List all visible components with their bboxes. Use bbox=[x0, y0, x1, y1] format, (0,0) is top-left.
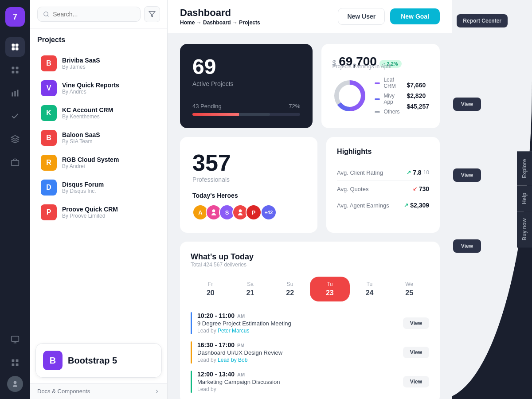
day-name: Su bbox=[272, 281, 308, 287]
project-info: RGB Cloud System By Andrei bbox=[62, 156, 119, 169]
event-ampm: PM bbox=[237, 343, 245, 348]
event-details: 12:00 - 13:40 AM Marketing Campaign Disc… bbox=[197, 371, 280, 392]
rating-value: ↗ 7.8 10 bbox=[407, 169, 429, 176]
svg-rect-4 bbox=[12, 67, 15, 70]
nav-layers-icon[interactable] bbox=[5, 129, 25, 149]
cal-day-25[interactable]: We 25 bbox=[389, 277, 429, 301]
search-input-wrap[interactable] bbox=[37, 7, 141, 22]
legend-label: Mivy App bbox=[383, 93, 399, 105]
mid-row: 357 Professionals Today's Heroes A S P +… bbox=[180, 137, 440, 233]
search-icon bbox=[43, 11, 49, 18]
day-num: 21 bbox=[232, 289, 269, 297]
earnings-label: Projects Earnings in April bbox=[332, 63, 429, 70]
nav-monitor-icon[interactable] bbox=[5, 330, 25, 349]
arrow-up-icon: ↗ bbox=[404, 202, 408, 208]
highlights-title: Highlights bbox=[337, 148, 429, 156]
view-button-3[interactable]: View bbox=[403, 376, 429, 387]
earnings-top: $ 69,700 ↑ 2.2% Projects Earnings in Apr… bbox=[332, 55, 429, 70]
legend-others: Others bbox=[375, 109, 399, 115]
legend-dot bbox=[375, 82, 380, 84]
nav-dashboard-icon[interactable] bbox=[5, 37, 25, 57]
filter-button[interactable] bbox=[144, 6, 160, 22]
projects-section: Projects B Briviba SaaS By James V Vine … bbox=[30, 29, 167, 338]
svg-rect-9 bbox=[14, 91, 16, 97]
heroes-more: +42 bbox=[261, 204, 277, 220]
donut-svg bbox=[332, 78, 368, 113]
val-leaf: $7,660 bbox=[407, 82, 429, 89]
nav-grid-icon[interactable] bbox=[5, 60, 25, 80]
report-center-button[interactable]: Report Cecnter bbox=[457, 14, 508, 27]
project-item[interactable]: R RGB Cloud System By Andrei bbox=[37, 150, 160, 175]
cal-day-20[interactable]: Fr 20 bbox=[191, 277, 231, 301]
project-by: By Andres bbox=[62, 89, 119, 95]
event-lead-link[interactable]: Peter Marcus bbox=[218, 328, 249, 334]
help-tab[interactable]: Help bbox=[517, 186, 532, 211]
view-button-right-2[interactable]: View bbox=[453, 168, 481, 182]
event-indicator bbox=[191, 312, 192, 334]
day-name: We bbox=[391, 281, 427, 287]
svg-rect-16 bbox=[12, 360, 15, 362]
highlight-row-rating: Avg. Client Rating ↗ 7.8 10 bbox=[337, 164, 429, 181]
cal-day-21[interactable]: Sa 21 bbox=[231, 277, 270, 301]
nav-chart-icon[interactable] bbox=[5, 83, 25, 103]
legend-dot bbox=[375, 98, 380, 100]
project-info: Baloon SaaS By SIA Team bbox=[62, 131, 100, 145]
event-lead-link[interactable]: Lead by Bob bbox=[218, 357, 247, 363]
main-content: Dashboard Home → Dashboard → Projects Ne… bbox=[168, 0, 452, 399]
project-by: By James bbox=[62, 64, 100, 70]
event-item-1: 10:20 - 11:00 AM 9 Degree Project Estima… bbox=[191, 312, 429, 334]
day-num: 20 bbox=[192, 289, 229, 297]
project-icon: B bbox=[41, 130, 57, 146]
user-number-badge[interactable]: 7 bbox=[5, 7, 25, 27]
project-item[interactable]: K KC Account CRM By Keenthemes bbox=[37, 101, 160, 125]
nav-sidebar: 7 bbox=[0, 0, 30, 399]
day-name: Fr bbox=[192, 281, 229, 287]
view-button-2[interactable]: View bbox=[403, 347, 429, 358]
nav-briefcase-icon[interactable] bbox=[5, 153, 25, 172]
project-item[interactable]: B Baloon SaaS By SIA Team bbox=[37, 125, 160, 150]
rating-label: Avg. Client Rating bbox=[337, 169, 383, 176]
bootstrap-icon: B bbox=[43, 351, 63, 370]
search-input[interactable] bbox=[53, 11, 135, 18]
svg-rect-18 bbox=[12, 364, 15, 366]
pending-percent: 72% bbox=[289, 103, 300, 110]
new-goal-button[interactable]: New Goal bbox=[390, 8, 440, 24]
day-name: Tu bbox=[312, 281, 348, 287]
project-by: By Andrei bbox=[62, 163, 119, 169]
day-num: 25 bbox=[391, 289, 427, 297]
cal-day-24[interactable]: Tu 24 bbox=[350, 277, 390, 301]
earnings-chart-row: Leaf CRM Mivy App Others $7,660 bbox=[332, 77, 429, 115]
nav-check-icon[interactable] bbox=[5, 106, 25, 126]
project-item[interactable]: B Briviba SaaS By James bbox=[37, 51, 160, 76]
svg-rect-5 bbox=[16, 67, 19, 70]
view-button-right-3[interactable]: View bbox=[453, 239, 481, 253]
explore-tab[interactable]: Explore bbox=[517, 151, 532, 185]
project-item[interactable]: P Proove Quick CRM By Proove Limited bbox=[37, 200, 160, 225]
svg-line-22 bbox=[47, 16, 49, 17]
cal-day-23[interactable]: Tu 23 bbox=[310, 277, 350, 301]
events-list: 10:20 - 11:00 AM 9 Degree Project Estima… bbox=[191, 312, 429, 393]
view-button-1[interactable]: View bbox=[403, 317, 429, 329]
project-icon: P bbox=[41, 204, 57, 220]
view-button-right-1[interactable]: View bbox=[453, 98, 481, 111]
event-lead: Lead by Peter Marcus bbox=[197, 328, 291, 334]
buy-now-tab[interactable]: Buy now bbox=[517, 211, 532, 248]
donut-chart bbox=[332, 78, 368, 113]
user-avatar[interactable] bbox=[7, 376, 23, 392]
calendar-row: Fr 20 Sa 21 Su 22 Tu 23 Tu 24 bbox=[191, 277, 429, 301]
new-user-button[interactable]: New User bbox=[338, 8, 385, 25]
docs-label: Docs & Components bbox=[37, 388, 90, 395]
project-item[interactable]: D Disqus Forum By Disqus Inc. bbox=[37, 175, 160, 200]
chevron-right-icon bbox=[154, 388, 160, 395]
svg-marker-11 bbox=[12, 136, 19, 139]
progress-bar-fill bbox=[192, 113, 270, 116]
val-mivy: $2,820 bbox=[407, 92, 429, 99]
project-item[interactable]: V Vine Quick Reports By Andres bbox=[37, 76, 160, 101]
legend-label: Leaf CRM bbox=[383, 77, 399, 89]
event-title: Marketing Campaign Discussion bbox=[197, 379, 280, 385]
nav-grid2-icon[interactable] bbox=[5, 353, 25, 372]
cal-day-22[interactable]: Su 22 bbox=[270, 277, 310, 301]
docs-link[interactable]: Docs & Components bbox=[30, 383, 167, 399]
svg-rect-7 bbox=[16, 71, 19, 74]
project-name: Baloon SaaS bbox=[62, 131, 100, 138]
